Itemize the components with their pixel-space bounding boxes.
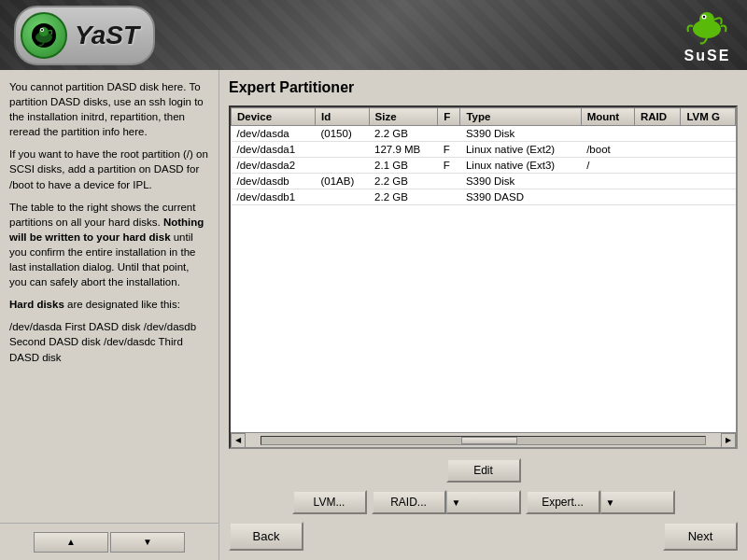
suse-logo: SuSE bbox=[682, 6, 733, 64]
col-size: Size bbox=[369, 108, 438, 126]
content-panel: Expert Partitioner Device Id Size F Type… bbox=[219, 70, 747, 560]
cell-5 bbox=[581, 189, 634, 205]
expert-dropdown-button[interactable]: ▼ bbox=[600, 490, 675, 514]
next-button[interactable]: Next bbox=[663, 522, 738, 551]
sidebar-para-2: If you want to have the root partition (… bbox=[9, 147, 209, 191]
svg-point-6 bbox=[699, 12, 714, 27]
expert-button-group: Expert... ▼ bbox=[526, 490, 675, 514]
table-row[interactable]: /dev/dasdb12.2 GBS390 DASD bbox=[232, 189, 736, 205]
cell-0: /dev/dasdb bbox=[232, 174, 316, 189]
sidebar-para-4: Hard disks are designated like this: bbox=[9, 297, 209, 312]
cell-0: /dev/dasdb1 bbox=[232, 189, 316, 205]
partition-table-container: Device Id Size F Type Mount RAID LVM G /… bbox=[229, 105, 738, 449]
cell-3 bbox=[438, 126, 460, 142]
cell-1 bbox=[315, 158, 369, 174]
cell-2: 127.9 MB bbox=[369, 142, 438, 158]
expert-button[interactable]: Expert... bbox=[526, 490, 600, 514]
cell-2: 2.2 GB bbox=[369, 126, 438, 142]
cell-5 bbox=[581, 174, 634, 189]
cell-6 bbox=[634, 158, 681, 174]
cell-5: /boot bbox=[581, 142, 634, 158]
col-id: Id bbox=[315, 108, 369, 126]
cell-1: (0150) bbox=[315, 126, 369, 142]
action-buttons-row: LVM... RAID... ▼ Expert... ▼ bbox=[229, 490, 738, 514]
header: YaST SuSE bbox=[0, 0, 747, 70]
cell-1 bbox=[315, 142, 369, 158]
cell-7 bbox=[681, 174, 736, 189]
cell-1 bbox=[315, 189, 369, 205]
suse-title: SuSE bbox=[684, 48, 731, 64]
cell-3 bbox=[438, 189, 460, 205]
yast-logo: YaST bbox=[14, 6, 155, 65]
cell-2: 2.2 GB bbox=[369, 174, 438, 189]
back-button[interactable]: Back bbox=[229, 522, 303, 551]
cell-4: S390 Disk bbox=[460, 126, 581, 142]
cell-5: / bbox=[581, 158, 634, 174]
sidebar-content: You cannot partition DASD disk here. To … bbox=[9, 79, 209, 365]
cell-4: S390 DASD bbox=[460, 189, 581, 205]
table-header-row: Device Id Size F Type Mount RAID LVM G bbox=[232, 108, 736, 126]
partition-table: Device Id Size F Type Mount RAID LVM G /… bbox=[231, 107, 736, 205]
cell-3: F bbox=[438, 142, 460, 158]
suse-gecko-icon bbox=[682, 6, 733, 48]
nav-buttons-row: Back Next bbox=[229, 522, 738, 551]
horizontal-scrollbar[interactable]: ◀ ▶ bbox=[231, 432, 736, 447]
table-row[interactable]: /dev/dasda(0150)2.2 GBS390 Disk bbox=[232, 126, 736, 142]
edit-button-row: Edit bbox=[229, 458, 738, 483]
cell-4: Linux native (Ext2) bbox=[460, 142, 581, 158]
svg-point-8 bbox=[703, 16, 705, 18]
cell-7 bbox=[681, 142, 736, 158]
yast-title: YaST bbox=[75, 21, 139, 50]
sidebar-para-3: The table to the right shows the current… bbox=[9, 200, 209, 290]
scroll-track[interactable] bbox=[261, 436, 706, 445]
sidebar-up-button[interactable]: ▲ bbox=[34, 532, 108, 553]
cell-7 bbox=[681, 189, 736, 205]
edit-button[interactable]: Edit bbox=[446, 458, 521, 483]
scroll-left-button[interactable]: ◀ bbox=[231, 433, 246, 448]
col-type: Type bbox=[460, 108, 581, 126]
cell-4: S390 Disk bbox=[460, 174, 581, 189]
sidebar-nav-buttons: ▲ ▼ bbox=[0, 523, 218, 560]
cell-6 bbox=[634, 189, 681, 205]
cell-3 bbox=[438, 174, 460, 189]
cell-2: 2.1 GB bbox=[369, 158, 438, 174]
cell-0: /dev/dasda1 bbox=[232, 142, 316, 158]
scroll-right-button[interactable]: ▶ bbox=[721, 433, 736, 448]
cell-7 bbox=[681, 158, 736, 174]
raid-button[interactable]: RAID... bbox=[372, 490, 446, 514]
cell-2: 2.2 GB bbox=[369, 189, 438, 205]
table-scroll-area[interactable]: Device Id Size F Type Mount RAID LVM G /… bbox=[231, 107, 736, 432]
sidebar-para-5: /dev/dasda First DASD disk /dev/dasdb Se… bbox=[9, 319, 209, 364]
svg-point-4 bbox=[41, 29, 43, 31]
cell-6 bbox=[634, 142, 681, 158]
col-lvm: LVM G bbox=[681, 108, 736, 126]
cell-6 bbox=[634, 126, 681, 142]
page-title: Expert Partitioner bbox=[229, 79, 738, 96]
cell-1: (01AB) bbox=[315, 174, 369, 189]
svg-point-2 bbox=[39, 27, 49, 36]
table-row[interactable]: /dev/dasda1127.9 MBFLinux native (Ext2)/… bbox=[232, 142, 736, 158]
raid-button-group: RAID... ▼ bbox=[372, 490, 521, 514]
main-area: You cannot partition DASD disk here. To … bbox=[0, 70, 747, 560]
cell-5 bbox=[581, 126, 634, 142]
col-device: Device bbox=[232, 108, 316, 126]
cell-6 bbox=[634, 174, 681, 189]
cell-4: Linux native (Ext3) bbox=[460, 158, 581, 174]
scroll-thumb[interactable] bbox=[461, 437, 517, 444]
raid-dropdown-button[interactable]: ▼ bbox=[446, 490, 521, 514]
sidebar-down-button[interactable]: ▼ bbox=[110, 532, 185, 553]
cell-0: /dev/dasda2 bbox=[232, 158, 316, 174]
col-mount: Mount bbox=[581, 108, 634, 126]
table-row[interactable]: /dev/dasda22.1 GBFLinux native (Ext3)/ bbox=[232, 158, 736, 174]
sidebar-para-1: You cannot partition DASD disk here. To … bbox=[9, 79, 209, 139]
yast-icon bbox=[21, 12, 67, 59]
col-raid: RAID bbox=[634, 108, 681, 126]
col-f: F bbox=[438, 108, 460, 126]
lvm-button[interactable]: LVM... bbox=[292, 490, 367, 514]
sidebar: You cannot partition DASD disk here. To … bbox=[0, 70, 219, 560]
lvm-button-group: LVM... bbox=[292, 490, 367, 514]
buttons-area: Edit LVM... RAID... ▼ Expert... ▼ Back N… bbox=[229, 458, 738, 551]
cell-7 bbox=[681, 126, 736, 142]
cell-0: /dev/dasda bbox=[232, 126, 316, 142]
table-row[interactable]: /dev/dasdb(01AB)2.2 GBS390 Disk bbox=[232, 174, 736, 189]
